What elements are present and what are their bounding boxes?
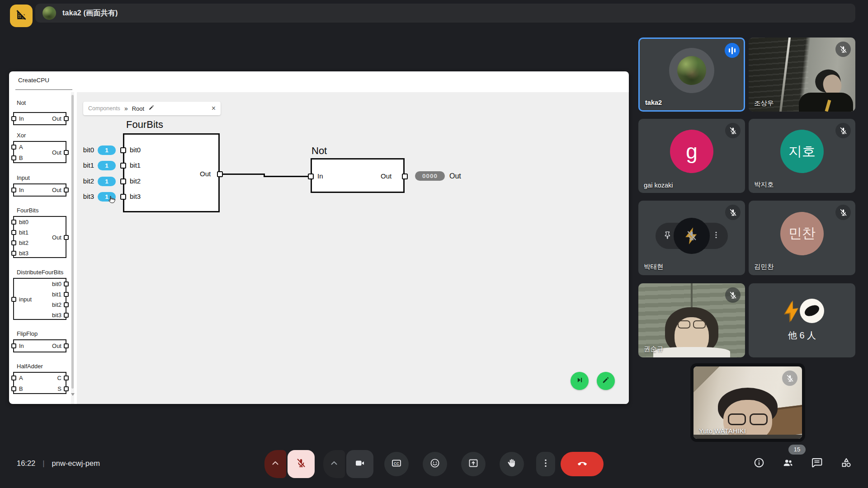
participant-name: 박지호 [754,180,774,189]
output-pin[interactable] [64,292,69,297]
camera-options-button[interactable] [323,450,345,478]
not-node-title: Not [311,145,327,157]
camera-toggle-button[interactable] [346,450,373,478]
more-options-icon[interactable] [712,230,721,241]
input-pin[interactable] [120,147,126,153]
output-pin[interactable] [64,188,69,192]
participant-count-badge: 15 [788,445,806,455]
output-pin[interactable] [402,174,408,179]
input-pin[interactable] [11,240,16,245]
pin-label: In [19,115,24,122]
mic-options-button[interactable] [264,450,286,478]
input-pin[interactable] [11,155,16,160]
people-button[interactable] [777,453,799,474]
participant-name: 조상우 [754,99,774,108]
scrollbar-down-arrow[interactable] [71,393,75,396]
output-pin[interactable] [64,235,69,240]
input-pin[interactable] [11,188,16,192]
participant-tile-josangwoo[interactable]: 조상우 [749,38,855,112]
scrollbar-thumb[interactable] [71,95,74,389]
present-screen-button[interactable] [461,452,486,476]
participant-tile-kwonsungyu[interactable]: 권순규 [638,283,745,357]
raise-hand-button[interactable] [500,452,524,476]
participant-name: Yuto WATAHIKI [699,427,746,435]
participant-name: 박태현 [644,263,664,271]
input-pin[interactable] [11,220,16,225]
overflow-participants-tile[interactable]: 他 6 人 [749,283,855,357]
presentation-paused-button[interactable] [10,5,33,27]
participant-tile-taka2[interactable]: taka2 [638,38,745,112]
meeting-details-button[interactable] [748,453,770,474]
input-pin[interactable] [120,178,126,184]
presenter-avatar [42,6,56,20]
output-pin[interactable] [64,116,69,121]
end-call-button[interactable] [561,452,604,476]
participant-tile-parktaehyun[interactable]: 박태현 [638,201,745,275]
component-name: Not [17,99,26,106]
meet-window: taka2 (画面共有) CreateCPU Not In Out Xor A … [0,0,868,488]
input-pin[interactable] [11,297,16,302]
bit2-value-toggle[interactable]: 1 [98,177,116,186]
pin-label: bit0 [19,219,28,225]
pin-label: In [19,343,24,349]
input-pin[interactable] [11,386,16,391]
breadcrumb-current[interactable]: Root [132,105,144,112]
participant-tile-parkjiho[interactable]: 지호 박지호 [749,119,855,193]
bit1-value-toggle[interactable]: 1 [98,161,116,170]
shared-screen[interactable]: CreateCPU Not In Out Xor A B Out [9,71,629,404]
reactions-button[interactable] [423,452,447,476]
chat-icon [811,457,823,470]
edit-pencil-icon[interactable] [148,104,155,113]
bit0-value-toggle[interactable]: 1 [98,145,116,155]
wire [264,176,311,177]
participant-name: gai kozaki [644,182,673,189]
self-view-tile[interactable]: Yuto WATAHIKI [690,363,805,442]
breadcrumb-separator: » [124,105,128,112]
mic-off-icon [835,205,851,220]
input-pin[interactable] [11,251,16,256]
output-pin[interactable] [64,375,69,380]
participant-name: 김민찬 [754,263,774,271]
output-pin[interactable] [64,386,69,391]
input-pin[interactable] [11,230,16,235]
input-pin[interactable] [120,163,126,169]
participant-tile-kimminchan[interactable]: 민찬 김민찬 [749,201,855,275]
chat-button[interactable] [806,453,828,474]
output-pin[interactable] [217,171,223,177]
mic-toggle-button[interactable] [288,450,315,478]
output-pin[interactable] [64,313,69,318]
component-name: HalfAdder [17,363,43,370]
pencil-icon [602,376,610,386]
input-pin[interactable] [11,343,16,348]
edit-mode-button[interactable] [597,372,615,390]
circuit-canvas[interactable]: Components » Root × FourBits bit0 bit1 b… [77,92,629,404]
chevron-up-icon [329,458,340,470]
captions-button[interactable] [384,452,409,476]
output-pin[interactable] [64,343,69,348]
output-pin[interactable] [64,150,69,155]
input-pin[interactable] [11,375,16,380]
participant-tile-gai-kozaki[interactable]: g gai kozaki [638,119,745,193]
component-name: Input [17,174,30,181]
breadcrumb-section[interactable]: Components [88,105,120,112]
overflow-avatars [780,298,824,324]
pin-label: Out [381,172,392,180]
pin-icon[interactable] [663,230,672,241]
input-pin[interactable] [11,145,16,150]
meeting-info: 16:22 | pnw-ecwj-pem [17,459,100,468]
present-icon [468,458,479,470]
pin-label: bit1 [52,291,61,298]
step-simulation-button[interactable] [571,372,589,390]
avatar: 민찬 [780,212,824,255]
pin-label: B [19,385,23,392]
pin-label: In [19,187,24,193]
more-options-button[interactable] [536,452,555,476]
output-pin[interactable] [64,302,69,307]
activities-button[interactable] [835,453,857,474]
output-pin[interactable] [64,282,69,286]
close-icon[interactable]: × [212,104,216,113]
input-pin[interactable] [11,116,16,121]
input-pin[interactable] [308,174,314,179]
audio-level-icon [725,43,740,58]
input-pin[interactable] [120,194,126,200]
